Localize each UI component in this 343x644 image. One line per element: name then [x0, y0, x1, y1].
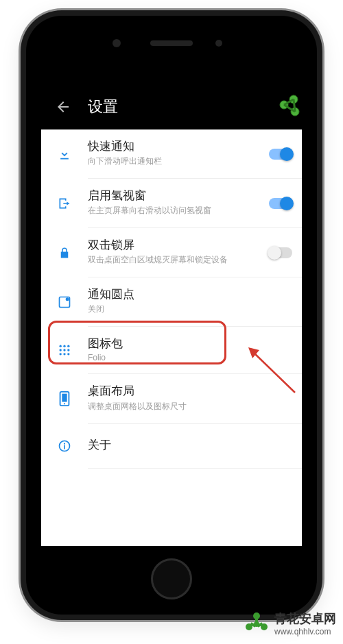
- back-button[interactable]: [47, 90, 80, 123]
- svg-point-7: [67, 345, 69, 347]
- notification-dot-icon: [51, 295, 78, 309]
- svg-point-9: [63, 349, 65, 351]
- toggle[interactable]: [269, 247, 292, 258]
- watermark: 青花安卓网 www.qhhlv.com: [243, 610, 336, 637]
- item-title: 图标包: [88, 336, 292, 351]
- phone-frame: 设置 快速通知 向下滑动呼: [21, 10, 322, 620]
- svg-rect-15: [62, 394, 67, 402]
- item-hydrogen-window[interactable]: 启用氢视窗 在主页屏幕向右滑动以访问氢视窗: [41, 179, 302, 227]
- svg-rect-26: [255, 618, 258, 623]
- phone-sensor: [215, 40, 222, 47]
- item-title: 快速通知: [88, 139, 261, 154]
- svg-point-5: [60, 345, 62, 347]
- item-subtitle: 在主页屏幕向右滑动以访问氢视窗: [88, 205, 261, 216]
- download-arrow-icon: [51, 147, 78, 161]
- item-subtitle: 关闭: [88, 304, 292, 315]
- svg-rect-19: [64, 445, 65, 449]
- toggle[interactable]: [269, 198, 292, 209]
- appbar-title: 设置: [88, 97, 118, 117]
- window-exit-icon: [51, 197, 78, 210]
- watermark-url: www.qhhlv.com: [274, 627, 336, 636]
- item-title: 关于: [88, 438, 292, 453]
- svg-point-10: [67, 349, 69, 351]
- home-button[interactable]: [151, 558, 192, 599]
- item-desktop-layout[interactable]: 桌面布局 调整桌面网格以及图标尺寸: [41, 374, 302, 423]
- item-subtitle: 向下滑动呼出通知栏: [88, 156, 261, 167]
- phone-inner: 设置 快速通知 向下滑动呼: [26, 16, 317, 615]
- item-double-tap-lock[interactable]: 双击锁屏 双击桌面空白区域熄灭屏幕和锁定设备: [41, 228, 302, 277]
- item-quick-notification[interactable]: 快速通知 向下滑动呼出通知栏: [41, 129, 302, 178]
- info-icon: [51, 439, 78, 453]
- watermark-logo-icon: [243, 610, 270, 637]
- item-icon-pack[interactable]: 图标包 Folio: [41, 327, 302, 373]
- svg-point-12: [63, 354, 65, 356]
- item-title: 桌面布局: [88, 384, 292, 399]
- svg-point-4: [66, 297, 69, 301]
- screen: 设置 快速通知 向下滑动呼: [41, 84, 302, 546]
- item-title: 双击锁屏: [88, 238, 261, 253]
- svg-point-6: [63, 345, 65, 347]
- svg-point-11: [60, 354, 62, 356]
- item-title: 启用氢视窗: [88, 188, 261, 203]
- divider: [88, 468, 302, 469]
- item-about[interactable]: 关于: [41, 424, 302, 468]
- svg-point-18: [64, 443, 65, 444]
- svg-point-8: [60, 349, 62, 351]
- item-title: 通知圆点: [88, 287, 292, 302]
- apps-grid-icon: [51, 343, 78, 357]
- item-notification-dot[interactable]: 通知圆点 关闭: [41, 277, 302, 326]
- svg-point-13: [67, 354, 69, 356]
- appbar-decoration-icon: [272, 88, 302, 123]
- appbar: 设置: [41, 84, 302, 129]
- lock-icon: [51, 246, 78, 260]
- watermark-name: 青花安卓网: [274, 610, 336, 627]
- item-subtitle: Folio: [88, 353, 292, 362]
- back-arrow-icon: [55, 99, 71, 115]
- item-subtitle: 双击桌面空白区域熄灭屏幕和锁定设备: [88, 254, 261, 266]
- svg-point-16: [64, 403, 65, 404]
- item-subtitle: 调整桌面网格以及图标尺寸: [88, 401, 292, 412]
- toggle[interactable]: [269, 149, 292, 160]
- phone-speaker: [150, 40, 193, 46]
- settings-list: 快速通知 向下滑动呼出通知栏 启用氢视窗 在主页屏幕向右滑动以访问氢视窗: [41, 129, 302, 469]
- phone-camera: [113, 39, 121, 47]
- phone-layout-icon: [51, 391, 78, 406]
